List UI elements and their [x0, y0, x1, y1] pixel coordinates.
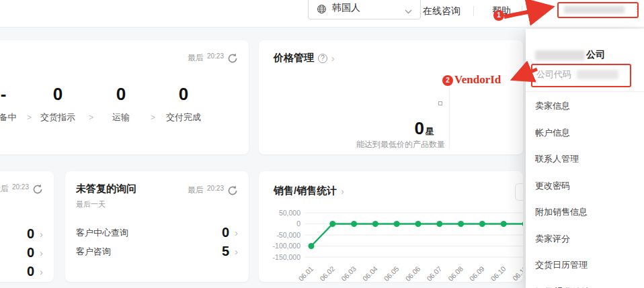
chevron-right-icon: › — [40, 266, 43, 277]
refresh-control[interactable]: 最后20:23 — [188, 185, 238, 196]
stage-value: 0 — [93, 85, 149, 103]
legend-square-marker — [438, 101, 442, 105]
inquiry-period-label: 最后一天 — [76, 199, 106, 209]
svg-text:06.06: 06.06 — [403, 265, 421, 282]
refresh-time: 20:23 — [207, 52, 224, 60]
svg-text:-150,000: -150,000 — [273, 253, 301, 261]
svg-text:06.03: 06.03 — [339, 265, 358, 282]
language-select[interactable]: 韩国人 — [308, 0, 421, 19]
stage-label: 运输 — [93, 111, 149, 124]
mini-stat-value: 0 — [27, 226, 34, 242]
stage-label: 交付完成 — [155, 111, 212, 124]
refresh-time: 20:23 — [12, 183, 29, 191]
mini-stat-row[interactable]: 0› — [27, 226, 43, 242]
refresh-time: 20:23 — [207, 185, 224, 192]
mini-stat-row[interactable]: 0› — [27, 245, 43, 260]
inquiry-card-title-text: 未答复的询问 — [76, 183, 136, 195]
sales-statistics-card: 销售/销售统计 › 50,0000-50,000-100,000-150,000… — [259, 171, 523, 282]
menu-item-additional-sales-info[interactable]: 附加销售信息 — [526, 199, 644, 226]
globe-icon — [317, 4, 327, 14]
lowest-price-count-unit: 星 — [426, 126, 434, 136]
svg-text:06.04: 06.04 — [361, 265, 379, 282]
redacted-account-name — [564, 6, 625, 13]
svg-text:06.01: 06.01 — [296, 265, 315, 282]
account-dropdown-panel: 公司 公司代码 卖家信息 帐户信息 联系人管理 更改密码 附加销售信息 卖家评分… — [526, 29, 644, 288]
vendor-code-label: 公司代码 — [536, 68, 571, 81]
sales-card-title[interactable]: 销售/销售统计 › — [274, 185, 344, 197]
inquiry-row-customer-inquiry[interactable]: 客户咨询 5› — [76, 244, 238, 259]
dashboard-page: 韩国人 在线咨询 帮助 最后20:23 - 准备中 > 0 交 — [0, 0, 644, 288]
inquiry-row-label: 客户中心查询 — [76, 227, 128, 239]
online-chat-link[interactable]: 在线咨询 — [423, 5, 460, 17]
topbar-divider — [473, 6, 474, 16]
svg-text:0: 0 — [296, 220, 300, 228]
svg-text:06.02: 06.02 — [318, 265, 336, 282]
lowest-price-caption: 能达到最低价的产品数量 — [356, 139, 445, 150]
topbar-divider — [522, 6, 522, 16]
refresh-label: 最后 — [188, 185, 204, 196]
menu-item-change-password[interactable]: 更改密码 — [526, 173, 644, 199]
svg-text:06.08: 06.08 — [446, 265, 465, 282]
annotation-badge-2: 2 — [442, 75, 453, 86]
menu-item-seller-info[interactable]: 卖家信息 — [526, 93, 644, 119]
language-select-value: 韩国人 — [332, 2, 399, 14]
stage-delivery-instruction[interactable]: 0 交货指示 — [30, 85, 86, 124]
menu-item-seller-rating[interactable]: 卖家评分 — [526, 226, 644, 252]
inquiry-card-title: 未答复的询问 — [76, 183, 136, 195]
company-name-row: 公司 — [535, 49, 605, 61]
svg-text:-100,000: -100,000 — [273, 242, 301, 250]
stage-transport[interactable]: 0 运输 — [93, 85, 149, 124]
topbar: 韩国人 在线咨询 帮助 — [0, 0, 644, 28]
annotation-badge-1: 1 — [493, 10, 504, 21]
chevron-right-icon: › — [235, 246, 238, 257]
menu-item-pickup-return-address[interactable]: 提货/退货地址管理 — [526, 279, 644, 288]
chevron-right-icon: › — [235, 227, 238, 238]
svg-text:06.11: 06.11 — [511, 265, 523, 282]
price-card-title-text: 价格管理 — [274, 52, 314, 64]
unanswered-inquiries-card: 未答复的询问 最后20:23 最后一天 客户中心查询 0› 客户咨询 5› — [65, 171, 249, 282]
lowest-price-count-value: 0 — [415, 118, 424, 138]
mini-stat-value: 0 — [27, 245, 34, 260]
stage-value: - — [0, 85, 32, 103]
account-menu-list: 卖家信息 帐户信息 联系人管理 更改密码 附加销售信息 卖家评分 交货日历管理 … — [526, 93, 644, 288]
stage-value: 0 — [155, 85, 212, 103]
menu-item-delivery-calendar[interactable]: 交货日历管理 — [526, 252, 644, 279]
bell-icon[interactable] — [531, 3, 545, 21]
chevron-right-icon: › — [341, 186, 344, 197]
price-management-card: 价格管理 ? › 0星 能达到最低价的产品数量 — [259, 40, 523, 154]
help-circle-icon[interactable]: ? — [318, 54, 327, 63]
refresh-icon[interactable] — [32, 184, 43, 195]
price-card-title[interactable]: 价格管理 ? › — [274, 52, 335, 64]
refresh-label: 最后 — [0, 183, 9, 195]
sales-card-title-text: 销售/销售统计 — [274, 185, 337, 197]
inquiry-row-customer-center[interactable]: 客户中心查询 0› — [76, 225, 238, 240]
menu-item-contact-management[interactable]: 联系人管理 — [526, 146, 644, 173]
stage-separator: > — [151, 113, 155, 122]
sales-chart-svg: 50,0000-50,000-100,000-150,00006.0106.02… — [264, 199, 523, 282]
mini-stat-value: 0 — [27, 264, 34, 279]
refresh-icon[interactable] — [227, 53, 238, 64]
stage-value: 0 — [30, 85, 86, 103]
refresh-control[interactable]: 最后20:23 — [0, 183, 43, 195]
refresh-label: 最后 — [188, 52, 204, 64]
svg-text:06.07: 06.07 — [425, 265, 443, 282]
redacted-company-name — [535, 50, 585, 60]
inquiry-row-value: 0 — [222, 225, 229, 240]
vendor-id-annotation-label: VendorId — [454, 73, 501, 87]
menu-item-account-info[interactable]: 帐户信息 — [526, 119, 644, 146]
stage-delivered[interactable]: 0 交付完成 — [155, 85, 212, 124]
inquiry-row-label: 客户咨询 — [76, 246, 111, 258]
chevron-right-icon: › — [40, 228, 43, 240]
redacted-vendor-code — [577, 70, 618, 79]
dropdown-divider — [526, 91, 644, 92]
chevron-down-icon — [405, 9, 412, 14]
svg-text:06.05: 06.05 — [383, 265, 401, 282]
refresh-icon[interactable] — [227, 185, 238, 196]
refresh-control[interactable]: 最后20:23 — [188, 52, 238, 64]
shipping-status-card: 最后20:23 - 准备中 > 0 交货指示 > 0 运输 > 0 交付完成 — [0, 40, 249, 154]
company-name-suffix: 公司 — [586, 49, 605, 61]
stage-label: 交货指示 — [30, 111, 86, 124]
date-range-button[interactable] — [515, 183, 523, 201]
account-more-dots: ⋮ — [633, 5, 640, 13]
mini-stat-row[interactable]: 0› — [27, 264, 43, 279]
